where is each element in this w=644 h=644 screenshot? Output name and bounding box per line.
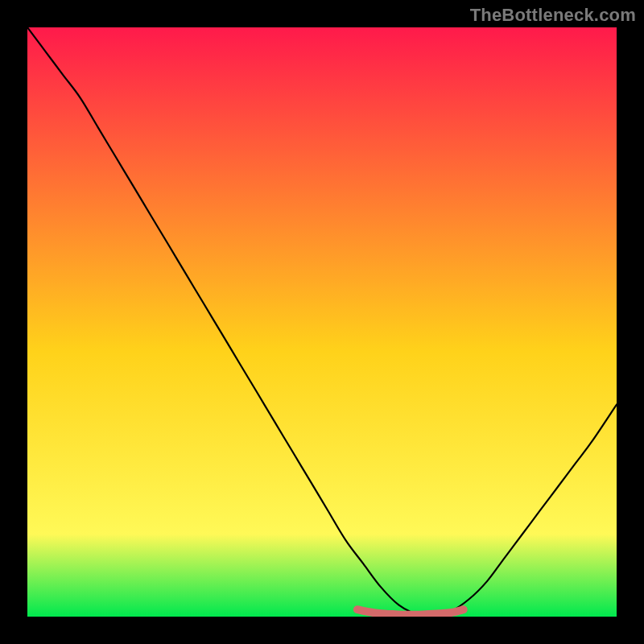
watermark-text: TheBottleneck.com (470, 5, 636, 26)
bottleneck-plot (27, 27, 617, 617)
chart-frame: TheBottleneck.com (0, 0, 644, 644)
gradient-background (27, 27, 617, 617)
